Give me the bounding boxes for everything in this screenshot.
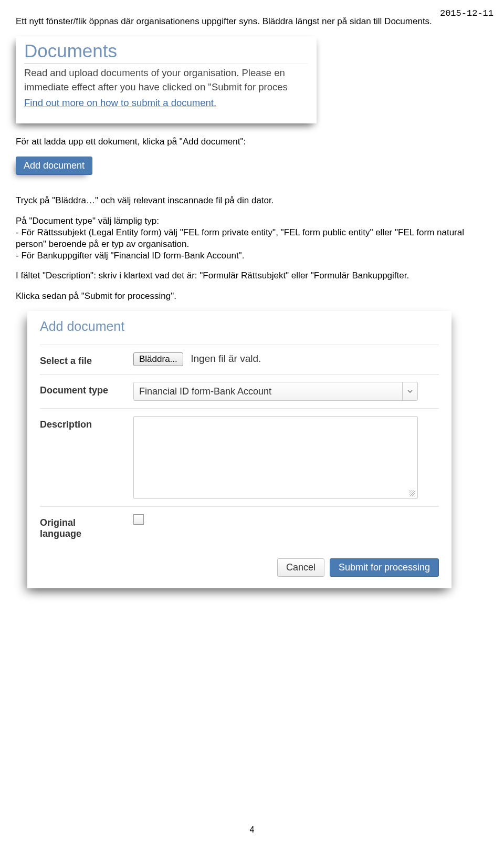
label-description: Description <box>40 416 133 430</box>
row-original-language: Original language <box>40 506 439 547</box>
description-textarea[interactable] <box>133 416 418 499</box>
page-date: 2015-12-11 <box>440 8 494 18</box>
add-document-button[interactable]: Add document <box>16 157 92 175</box>
form-title: Add document <box>40 319 439 334</box>
label-original-language-line2: language <box>40 528 133 539</box>
document-type-select[interactable]: Financial ID form-Bank Account <box>133 382 418 401</box>
row-document-type: Document type Financial ID form-Bank Acc… <box>40 374 439 408</box>
submit-hint: Klicka sedan på "Submit for processing". <box>16 290 472 303</box>
documents-text-line-2: immediate effect after you have clicked … <box>24 81 308 94</box>
row-description: Description <box>40 408 439 506</box>
cancel-button[interactable]: Cancel <box>277 558 324 577</box>
doc-type-intro: På "Document type" välj lämplig typ: <box>16 215 472 227</box>
documents-help-link[interactable]: Find out more on how to submit a documen… <box>24 97 308 109</box>
page-number: 4 <box>0 825 504 835</box>
chevron-down-icon <box>402 382 417 400</box>
resize-grip-icon[interactable] <box>409 490 415 496</box>
form-actions: Cancel Submit for processing <box>40 558 439 577</box>
intro-paragraph-1: Ett nytt fönster/flik öppnas där organis… <box>16 16 472 28</box>
documents-heading: Documents <box>24 41 308 60</box>
documents-panel-screenshot: Documents Read and upload documents of y… <box>16 36 317 123</box>
doc-type-bullet-2: - För Bankuppgifter välj "Financial ID f… <box>16 250 472 262</box>
row-select-file: Select a file Bläddra... Ingen fil är va… <box>40 345 439 374</box>
paragraph-3: Tryck på "Bläddra…" och välj relevant in… <box>16 195 472 207</box>
documents-text-line-1: Read and upload documents of your organi… <box>24 67 308 80</box>
doc-type-bullet-1: - För Rättssubjekt (Legal Entity form) v… <box>16 227 472 250</box>
label-document-type: Document type <box>40 382 133 396</box>
document-type-value: Financial ID form-Bank Account <box>139 386 271 397</box>
add-document-form-screenshot: Add document Select a file Bläddra... In… <box>27 311 452 588</box>
browse-button[interactable]: Bläddra... <box>133 352 183 366</box>
original-language-checkbox[interactable] <box>133 514 144 525</box>
label-original-language: Original language <box>40 514 133 539</box>
intro-paragraph-2: För att ladda upp ett dokument, klicka p… <box>16 136 472 148</box>
label-select-file: Select a file <box>40 352 133 367</box>
divider <box>24 63 308 64</box>
label-original-language-line1: Original <box>40 517 133 528</box>
file-status-text: Ingen fil är vald. <box>191 353 261 364</box>
submit-button[interactable]: Submit for processing <box>330 558 439 577</box>
description-hint: I fältet "Description": skriv i klartext… <box>16 270 472 282</box>
